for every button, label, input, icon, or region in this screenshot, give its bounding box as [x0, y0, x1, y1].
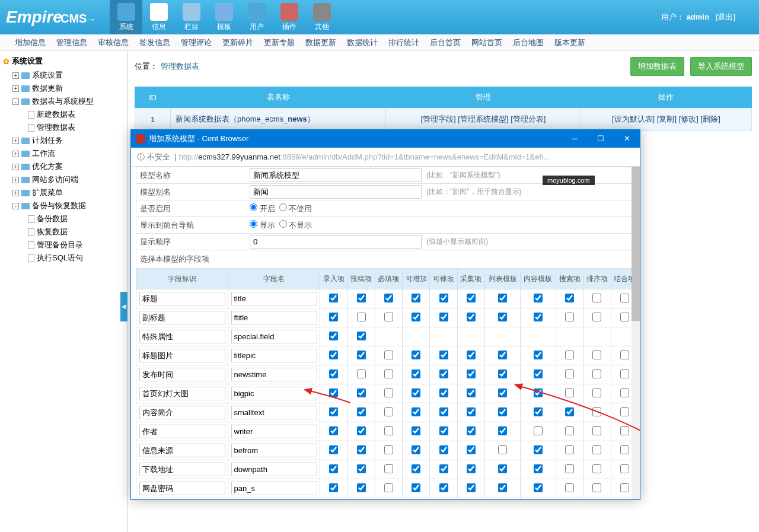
tree-item[interactable]: -数据表与系统模型: [4, 95, 124, 108]
field-checkbox[interactable]: [357, 445, 366, 454]
field-ident-input[interactable]: [139, 425, 225, 438]
field-name-input[interactable]: [231, 349, 317, 362]
field-name-input[interactable]: [231, 406, 317, 419]
subnav-item[interactable]: 后台首页: [430, 37, 461, 48]
subnav-item[interactable]: 签发信息: [139, 37, 170, 48]
field-checkbox[interactable]: [384, 445, 393, 454]
subnav-item[interactable]: 增加信息: [15, 37, 46, 48]
field-checkbox[interactable]: [357, 426, 366, 435]
field-checkbox[interactable]: [439, 388, 448, 397]
field-checkbox[interactable]: [534, 426, 543, 435]
field-checkbox[interactable]: [620, 351, 629, 359]
field-checkbox[interactable]: [329, 369, 338, 378]
field-checkbox[interactable]: [565, 445, 574, 454]
field-checkbox[interactable]: [565, 294, 574, 302]
address-bar[interactable]: ⓘ 不安全| http://ecms327.99yuanma.net:8889/…: [131, 148, 640, 167]
nav-系统[interactable]: 系统: [110, 0, 142, 34]
field-checkbox[interactable]: [592, 388, 601, 397]
field-ident-input[interactable]: [139, 330, 225, 343]
order-input[interactable]: [250, 235, 422, 249]
field-checkbox[interactable]: [534, 351, 543, 359]
field-checkbox[interactable]: [412, 445, 420, 454]
field-checkbox[interactable]: [592, 351, 601, 359]
field-checkbox[interactable]: [565, 351, 574, 359]
close-button[interactable]: ✕: [614, 130, 640, 148]
field-checkbox[interactable]: [620, 464, 629, 473]
import-model-button[interactable]: 导入系统模型: [690, 57, 752, 76]
field-checkbox[interactable]: [592, 369, 601, 378]
field-checkbox[interactable]: [467, 426, 476, 435]
field-checkbox[interactable]: [565, 464, 574, 473]
field-checkbox[interactable]: [329, 407, 338, 416]
field-name-input[interactable]: [231, 368, 317, 381]
field-checkbox[interactable]: [384, 407, 393, 416]
field-checkbox[interactable]: [620, 426, 629, 435]
field-checkbox[interactable]: [620, 313, 629, 321]
field-checkbox[interactable]: [412, 369, 420, 378]
field-checkbox[interactable]: [534, 369, 543, 378]
subnav-item[interactable]: 审核信息: [98, 37, 129, 48]
field-checkbox[interactable]: [467, 464, 476, 473]
tree-sub-item[interactable]: 恢复数据: [4, 225, 124, 238]
field-checkbox[interactable]: [384, 369, 393, 378]
field-checkbox[interactable]: [357, 464, 366, 473]
field-checkbox[interactable]: [357, 351, 366, 359]
field-checkbox[interactable]: [384, 483, 393, 492]
manage-link[interactable]: [管理分表]: [511, 114, 546, 123]
field-checkbox[interactable]: [412, 313, 420, 321]
field-checkbox[interactable]: [534, 313, 543, 321]
field-checkbox[interactable]: [620, 294, 629, 302]
nav-信息[interactable]: 信息: [142, 0, 175, 34]
model-name-input[interactable]: [250, 168, 422, 182]
field-checkbox[interactable]: [439, 313, 448, 321]
field-ident-input[interactable]: [139, 311, 225, 324]
field-checkbox[interactable]: [592, 483, 601, 492]
tree-item[interactable]: +数据更新: [4, 82, 124, 95]
field-checkbox[interactable]: [384, 313, 393, 321]
tree-item[interactable]: +网站多访问端: [4, 173, 124, 186]
field-checkbox[interactable]: [384, 388, 393, 397]
field-checkbox[interactable]: [498, 464, 507, 473]
field-checkbox[interactable]: [357, 388, 366, 397]
field-checkbox[interactable]: [439, 483, 448, 492]
field-checkbox[interactable]: [565, 388, 574, 397]
field-name-input[interactable]: [231, 292, 317, 305]
field-ident-input[interactable]: [139, 349, 225, 362]
field-checkbox[interactable]: [565, 426, 574, 435]
field-checkbox[interactable]: [467, 407, 476, 416]
collapse-sidebar[interactable]: ◀: [120, 292, 127, 321]
tree-sub-item[interactable]: 备份数据: [4, 212, 124, 225]
field-checkbox[interactable]: [329, 332, 338, 340]
tree-sub-item[interactable]: 新建数据表: [4, 108, 124, 121]
field-checkbox[interactable]: [357, 407, 366, 416]
field-checkbox[interactable]: [329, 388, 338, 397]
field-ident-input[interactable]: [139, 444, 225, 457]
tree-item[interactable]: +扩展菜单: [4, 186, 124, 199]
field-checkbox[interactable]: [439, 407, 448, 416]
field-checkbox[interactable]: [384, 351, 393, 359]
field-name-input[interactable]: [231, 463, 317, 476]
nav-模板[interactable]: 模板: [208, 0, 240, 34]
field-checkbox[interactable]: [592, 464, 601, 473]
field-checkbox[interactable]: [534, 388, 543, 397]
field-checkbox[interactable]: [498, 294, 507, 302]
field-checkbox[interactable]: [412, 294, 420, 302]
field-checkbox[interactable]: [592, 426, 601, 435]
field-checkbox[interactable]: [592, 407, 601, 416]
field-checkbox[interactable]: [439, 294, 448, 302]
field-checkbox[interactable]: [357, 369, 366, 378]
field-checkbox[interactable]: [439, 369, 448, 378]
field-checkbox[interactable]: [329, 313, 338, 321]
field-ident-input[interactable]: [139, 387, 225, 400]
field-checkbox[interactable]: [565, 313, 574, 321]
field-checkbox[interactable]: [498, 426, 507, 435]
field-checkbox[interactable]: [534, 294, 543, 302]
field-checkbox[interactable]: [620, 388, 629, 397]
subnav-item[interactable]: 管理信息: [56, 37, 87, 48]
field-checkbox[interactable]: [412, 407, 420, 416]
manage-link[interactable]: [管理系统模型]: [458, 114, 508, 123]
field-checkbox[interactable]: [329, 445, 338, 454]
field-checkbox[interactable]: [439, 351, 448, 359]
tree-sub-item[interactable]: 执行SQL语句: [4, 251, 124, 265]
field-checkbox[interactable]: [329, 464, 338, 473]
